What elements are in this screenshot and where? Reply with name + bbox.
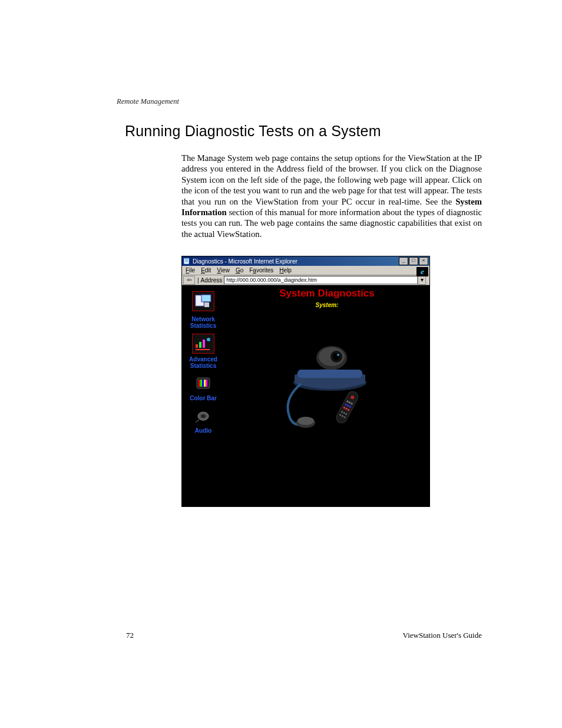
sidebar-label-colorbar: Color Bar	[182, 395, 224, 401]
close-button[interactable]: ×	[419, 257, 428, 265]
page-subheading: System:	[224, 302, 429, 308]
window-titlebar: Diagnostics - Microsoft Internet Explore…	[182, 256, 429, 266]
back-button[interactable]: ⇦	[183, 276, 195, 285]
svg-rect-10	[200, 380, 202, 387]
running-head: Remote Management	[117, 97, 482, 106]
system-info-icon	[192, 291, 214, 311]
sidebar-item-color-bar[interactable]: Color Bar	[182, 374, 224, 401]
svg-rect-6	[203, 340, 205, 348]
viewstation-device-image	[268, 319, 386, 425]
page-footer: 72 ViewStation User's Guide	[126, 631, 482, 640]
svg-rect-17	[297, 370, 362, 378]
sidebar-item-advanced-stats[interactable]: Advanced Statistics	[182, 334, 224, 369]
diagnostics-main: System Diagnostics System:	[224, 285, 429, 506]
svg-rect-0	[184, 258, 189, 264]
sidebar-item-audio[interactable]: Audio	[182, 406, 224, 434]
svg-rect-9	[199, 380, 200, 387]
svg-point-24	[297, 417, 314, 425]
menu-view[interactable]: View	[217, 267, 230, 274]
svg-rect-12	[204, 380, 206, 387]
sidebar-item-network-stats[interactable]: Network Statistics	[182, 316, 224, 329]
address-label: Address	[201, 277, 223, 284]
ie-logo-icon: e	[416, 267, 428, 276]
maximize-button[interactable]: □	[409, 257, 418, 265]
sidebar-item-system-info[interactable]	[182, 291, 224, 311]
svg-rect-3	[204, 302, 209, 307]
section-title: Running Diagnostic Tests on a System	[125, 123, 482, 140]
ie-page-icon	[183, 258, 190, 265]
page-number: 72	[126, 631, 134, 640]
minimize-button[interactable]: _	[399, 257, 408, 265]
svg-rect-4	[196, 344, 198, 348]
sep: |	[197, 277, 199, 284]
address-dropdown[interactable]: ▾	[418, 276, 426, 285]
ie-window: Diagnostics - Microsoft Internet Explore…	[181, 256, 430, 507]
sidebar-label-audio: Audio	[182, 427, 224, 434]
svg-point-15	[201, 414, 206, 418]
guide-name: ViewStation User's Guide	[403, 631, 482, 640]
svg-rect-2	[201, 295, 211, 302]
menu-edit[interactable]: Edit	[201, 267, 211, 274]
body-pre: The Manage System web page contains the …	[181, 153, 482, 206]
address-bar: ⇦ | Address http://000.00.000.000/a_diag…	[182, 275, 429, 285]
body-paragraph: The Manage System web page contains the …	[181, 153, 482, 239]
menu-favorites[interactable]: Favorites	[249, 267, 273, 274]
sidebar-label-network: Network Statistics	[182, 316, 224, 329]
svg-rect-11	[202, 380, 204, 387]
page-heading: System Diagnostics	[224, 288, 429, 299]
svg-rect-13	[206, 380, 207, 387]
menu-help[interactable]: Help	[279, 267, 292, 274]
svg-rect-5	[199, 342, 201, 348]
sidebar-label-advanced: Advanced Statistics	[182, 356, 224, 369]
window-title: Diagnostics - Microsoft Internet Explore…	[193, 258, 398, 265]
color-bar-icon	[193, 374, 214, 393]
audio-icon	[193, 406, 214, 425]
menu-file[interactable]: File	[186, 267, 195, 274]
svg-point-7	[207, 338, 210, 341]
address-input[interactable]: http://000.00.000.000/a_diagindex.htm	[224, 276, 418, 284]
diagnostics-sidebar: Network Statistics Advanced Statistics	[182, 285, 224, 506]
advanced-stats-icon	[192, 334, 214, 354]
body-post: section of this manual for more informat…	[181, 207, 482, 239]
browser-content: ▴ ▾ ▴ Network Statistics	[182, 285, 429, 506]
menu-go[interactable]: Go	[236, 267, 243, 274]
svg-point-22	[337, 354, 339, 356]
menubar: File Edit View Go Favorites Help	[182, 266, 429, 275]
svg-rect-25	[335, 390, 360, 425]
